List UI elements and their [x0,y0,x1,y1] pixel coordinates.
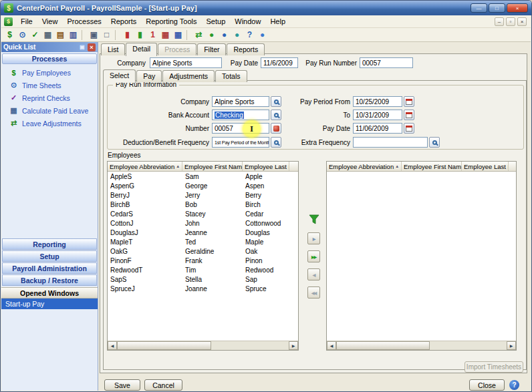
bank-account-input[interactable]: Checking [212,110,269,120]
sidebar-nav-backup-restore[interactable]: Backup / Restore [2,274,97,286]
import-timesheets-button[interactable]: Import Timesheets [464,361,523,373]
pay-employees-icon[interactable]: $ [4,29,15,41]
column-header-employee-abbreviation[interactable]: Employee Abbreviation▲ [108,162,182,171]
pushpin-icon[interactable]: ▣ [78,43,86,51]
table-row[interactable]: DouglasJJeanneDouglas [108,228,298,237]
panel-close-icon[interactable]: × [88,43,96,51]
info-icon[interactable]: ● [257,29,268,41]
table-row[interactable]: BerryJJerryBerry [108,190,298,200]
mdi-minimize-icon[interactable]: – [495,17,504,26]
horizontal-scrollbar[interactable]: ◀ ▶ [108,341,298,350]
mdi-restore-icon[interactable]: ▫ [506,17,515,26]
move-all-right-button[interactable]: ▶▶ [307,250,320,262]
one-click-icon[interactable]: 1 [147,29,158,41]
sidebar-item-leave-adjustments[interactable]: ⇄Leave Adjustments [1,117,98,130]
calendar-red-icon[interactable]: ▦ [160,29,171,41]
deduction-frequency-input[interactable]: 1st Pay Period of the Month [212,137,269,148]
globe-teal-icon[interactable]: ● [231,29,243,41]
report-red-icon[interactable]: ▮ [122,29,133,41]
table-row[interactable]: MapleTTedMaple [108,237,298,246]
company-input[interactable]: Alpine Sports [212,96,269,107]
tab-list[interactable]: List [101,43,125,55]
pay-period-to-input[interactable]: 10/31/2009 [353,110,402,120]
pay-date-header-input[interactable]: 11/6/2009 [261,57,298,68]
table-row[interactable]: RedwoodTTimRedwood [108,265,298,274]
horizontal-scrollbar[interactable]: ◀ ▶ [327,341,516,350]
menu-item-reporting-tools[interactable]: Reporting Tools [141,16,201,27]
number-input[interactable]: 00057 [212,123,269,134]
table-row[interactable]: AspenGGeorgeAspen [108,181,298,190]
move-selected-left-button[interactable]: ◀ [307,268,320,280]
scroll-left-icon[interactable]: ◀ [327,341,336,350]
pay-period-to-calendar-button[interactable] [404,110,414,120]
globe-blue-icon[interactable]: ● [219,29,230,41]
scroll-right-icon[interactable]: ▶ [507,341,516,350]
column-header-employee-first-name[interactable]: Employee First Name [402,162,462,171]
pay-date-input[interactable]: 11/06/2009 [353,123,402,134]
help-icon[interactable]: ? [244,29,255,41]
pay-date-calendar-button[interactable] [404,123,414,134]
available-employees-grid[interactable]: Employee Abbreviation▲Employee First Nam… [107,161,299,351]
scroll-left-icon[interactable]: ◀ [108,341,117,350]
save-button[interactable]: Save [104,379,140,391]
pay-period-from-input[interactable]: 10/25/2009 [353,96,402,107]
menu-item-view[interactable]: View [37,16,63,27]
move-selected-right-button[interactable]: ▶ [307,232,320,244]
table-row[interactable]: AppleSSamApple [108,172,298,181]
menu-item-reports[interactable]: Reports [106,16,142,27]
company-header-input[interactable]: Alpine Sports [150,57,222,68]
mdi-close-icon[interactable]: × [517,17,527,26]
table-row[interactable]: SpruceJJoanneSpruce [108,284,298,293]
grid-body[interactable]: AppleSSamAppleAspenGGeorgeAspenBerryJJer… [108,172,298,341]
pay-run-number-header-input[interactable]: 00057 [360,57,413,68]
minimize-icon[interactable]: — [471,3,487,13]
tab-adjustments[interactable]: Adjustments [162,70,215,82]
table-row[interactable]: CedarSStaceyCedar [108,209,298,218]
time-clock-icon[interactable]: ⊙ [17,29,28,41]
scrollbar-thumb[interactable] [336,341,430,350]
filter-icon[interactable] [309,214,319,226]
tab-totals[interactable]: Totals [215,70,247,82]
sync-icon[interactable]: ⇄ [193,29,205,41]
opened-window-item[interactable]: Start-up Pay [1,299,98,309]
tab-detail[interactable]: Detail [126,43,157,56]
processes-section-header[interactable]: Processes [2,53,97,64]
menu-item-help[interactable]: Help [265,16,290,27]
table-row[interactable]: SapSStellaSap [108,274,298,284]
extra-frequency-input[interactable] [353,137,428,148]
sidebar-nav-reporting[interactable]: Reporting [2,238,97,250]
extra-frequency-lookup-button[interactable] [429,137,440,148]
print-preview-icon[interactable]: □ [101,29,112,41]
grid-body[interactable] [327,172,516,341]
tab-reports[interactable]: Reports [227,43,265,55]
tab-process[interactable]: Process [158,43,196,55]
scroll-right-icon[interactable]: ▶ [289,341,298,350]
sidebar-item-time-sheets[interactable]: ⊙Time Sheets [1,79,98,91]
sidebar-nav-setup[interactable]: Setup [2,250,97,262]
tab-pay[interactable]: Pay [136,70,162,82]
table-row[interactable]: BirchBBobBirch [108,200,298,209]
sidebar-item-calculate-paid-leave[interactable]: ▦Calculate Paid Leave [1,104,98,117]
print-icon[interactable]: ▣ [88,29,100,41]
menu-item-setup[interactable]: Setup [202,16,231,27]
table-row[interactable]: PinonFFrankPinon [108,256,298,265]
print-checks-icon[interactable]: ✓ [29,29,41,41]
help-icon[interactable]: ? [509,380,519,390]
column-header-employee-last-name[interactable]: Employee Last Name [243,162,289,171]
ledger-icon[interactable]: ▤ [55,29,66,41]
cancel-button[interactable]: Cancel [144,379,182,391]
column-header-employee-last-name[interactable]: Employee Last Name [462,162,509,171]
report-green-icon[interactable]: ▮ [134,29,146,41]
column-header-employee-first-name[interactable]: Employee First Name [182,162,243,171]
sidebar-nav-payroll-administration[interactable]: Payroll Administration [2,262,97,274]
table-row[interactable]: OakGGeraldineOak [108,246,298,256]
column-header-employee-abbreviation[interactable]: Employee Abbreviation▲ [327,162,402,171]
menu-item-window[interactable]: Window [230,16,265,27]
calendar-blue-icon[interactable]: ▦ [172,29,184,41]
sidebar-item-reprint-checks[interactable]: ✓Reprint Checks [1,91,98,104]
selected-employees-grid[interactable]: Employee Abbreviation▲Employee First Nam… [326,161,517,351]
calculator-icon[interactable]: ▦ [42,29,53,41]
pay-period-from-calendar-button[interactable] [404,96,414,107]
move-all-left-button[interactable]: ◀◀ [307,286,320,299]
journal-icon[interactable]: ▥ [68,29,79,41]
